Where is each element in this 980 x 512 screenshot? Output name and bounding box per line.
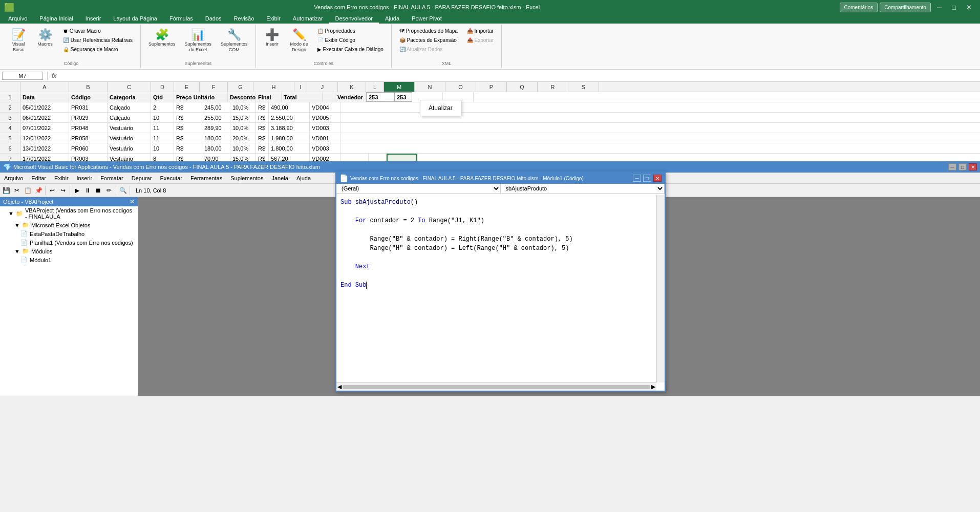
cell-g4[interactable]: 10,0% <box>230 123 256 133</box>
tab-inserir[interactable]: Inserir <box>79 14 108 24</box>
cell-b5[interactable]: PR058 <box>69 133 108 143</box>
cell-g1[interactable]: Final <box>256 92 282 102</box>
cell-g5[interactable]: 20,0% <box>230 133 256 143</box>
col-header-j[interactable]: J <box>307 82 338 92</box>
cell-e2[interactable]: R$ <box>174 102 202 112</box>
cell-h2-rs[interactable]: R$ <box>256 102 269 112</box>
cell-h6[interactable]: 1.800,00 <box>269 143 310 153</box>
col-header-q[interactable]: Q <box>507 82 538 92</box>
cell-e6[interactable]: R$ <box>174 143 202 153</box>
executar-caixa-button[interactable]: ▶ Executar Caixa de Diálogo <box>314 45 387 54</box>
cell-j5[interactable]: VD001 <box>310 133 340 143</box>
col-header-a[interactable]: A <box>20 82 69 92</box>
cell-f4[interactable]: 289,90 <box>202 123 230 133</box>
cell-e5[interactable]: R$ <box>174 133 202 143</box>
atualizar-popup[interactable]: Atualizar <box>420 100 461 116</box>
propriedades-button[interactable]: 📋 Propriedades <box>314 27 387 35</box>
cell-a5[interactable]: 12/01/2022 <box>20 133 69 143</box>
col-header-i[interactable]: I <box>294 82 307 92</box>
col-header-n[interactable]: N <box>415 82 445 92</box>
cell-h5-rs[interactable]: R$ <box>256 133 269 143</box>
cell-h3[interactable]: 2.550,00 <box>269 113 310 122</box>
cell-a2[interactable]: 05/01/2022 <box>20 102 69 112</box>
cell-e3[interactable]: R$ <box>174 113 202 122</box>
cell-h4[interactable]: 3.188,90 <box>269 123 310 133</box>
cell-a3[interactable]: 06/01/2022 <box>20 113 69 122</box>
maximize-button[interactable]: □ <box>948 3 960 12</box>
cell-g3[interactable]: 15,0% <box>230 113 256 122</box>
cell-j4[interactable]: VD003 <box>310 123 340 133</box>
cell-b2[interactable]: PR031 <box>69 102 108 112</box>
usar-referencias-button[interactable]: 🔄 Usar Referências Relativas <box>59 36 136 45</box>
pacotes-expansao-button[interactable]: 📦 Pacotes de Expansão <box>396 36 461 45</box>
cell-d3[interactable]: 10 <box>151 113 174 122</box>
tab-formulas[interactable]: Fórmulas <box>163 14 199 24</box>
tab-exibir[interactable]: Exibir <box>260 14 287 24</box>
cell-d4[interactable]: 11 <box>151 123 174 133</box>
col-header-b[interactable]: B <box>69 82 108 92</box>
tab-automatizar[interactable]: Automatizar <box>287 14 329 24</box>
cell-c3[interactable]: Calçado <box>108 113 151 122</box>
cell-j6[interactable]: VD003 <box>310 143 340 153</box>
cell-j2[interactable]: VD004 <box>310 102 340 112</box>
cell-c5[interactable]: Vestuário <box>108 133 151 143</box>
cell-e1[interactable]: Preço Unitário <box>174 92 228 102</box>
cell-c4[interactable]: Vestuário <box>108 123 151 133</box>
col-header-m[interactable]: M <box>384 82 415 92</box>
col-header-e[interactable]: E <box>174 82 200 92</box>
col-header-o[interactable]: O <box>445 82 476 92</box>
col-header-s[interactable]: S <box>568 82 599 92</box>
cell-a1[interactable]: Data <box>20 92 69 102</box>
minimize-button[interactable]: ─ <box>933 3 946 12</box>
cell-c1[interactable]: Categoria <box>108 92 151 102</box>
cell-a4[interactable]: 07/01/2022 <box>20 123 69 133</box>
cell-f5[interactable]: 180,00 <box>202 133 230 143</box>
cell-f6[interactable]: 180,00 <box>202 143 230 153</box>
col-header-g[interactable]: G <box>228 82 253 92</box>
name-box[interactable] <box>2 72 43 80</box>
cell-g6[interactable]: 10,0% <box>230 143 256 153</box>
cell-l1[interactable]: 253 <box>394 92 412 102</box>
formula-input[interactable] <box>58 73 978 79</box>
tab-ajuda[interactable]: Ajuda <box>379 14 406 24</box>
cell-c6[interactable]: Vestuário <box>108 143 151 153</box>
share-button[interactable]: Compartilhamento <box>880 3 931 12</box>
cell-b6[interactable]: PR060 <box>69 143 108 153</box>
col-header-k[interactable]: K <box>338 82 366 92</box>
tab-revisao[interactable]: Revisão <box>228 14 261 24</box>
close-button[interactable]: ✕ <box>962 3 976 12</box>
cell-h5[interactable]: 1.980,00 <box>269 133 310 143</box>
cell-k1[interactable]: 253 <box>366 92 394 102</box>
cell-d6[interactable]: 10 <box>151 143 174 153</box>
cell-d5[interactable]: 11 <box>151 133 174 143</box>
atualizar-dados-button[interactable]: 🔄 Atualizar Dados <box>396 45 461 54</box>
tab-layout[interactable]: Layout da Página <box>107 14 163 24</box>
cell-e4[interactable]: R$ <box>174 123 202 133</box>
cell-b3[interactable]: PR029 <box>69 113 108 122</box>
importar-button[interactable]: 📥 Importar <box>463 27 498 35</box>
tab-arquivo[interactable]: Arquivo <box>2 14 33 24</box>
col-header-r[interactable]: R <box>538 82 568 92</box>
inserir-controle-button[interactable]: ➕ Inserir <box>260 27 285 50</box>
cell-i1[interactable] <box>323 92 335 102</box>
modo-design-button[interactable]: ✏️ Modo deDesign <box>287 27 312 55</box>
cell-j3[interactable]: VD005 <box>310 113 340 122</box>
cell-h4-rs[interactable]: R$ <box>256 123 269 133</box>
cell-d1[interactable]: Qtd <box>151 92 174 102</box>
tab-pagina-inicial[interactable]: Página Inicial <box>33 14 79 24</box>
suplementos-com-button[interactable]: 🔧 SuplementosCOM <box>217 27 251 55</box>
cell-j1[interactable]: Vendedor <box>335 92 366 102</box>
tab-dados[interactable]: Dados <box>199 14 228 24</box>
suplementos-button[interactable]: 🧩 Suplementos <box>145 27 179 50</box>
cell-a6[interactable]: 13/01/2022 <box>20 143 69 153</box>
cell-d2[interactable]: 2 <box>151 102 174 112</box>
cell-h1[interactable]: Total <box>282 92 323 102</box>
vba-minimize-button[interactable]: ─ <box>948 163 956 164</box>
cell-f1[interactable]: Desconto <box>228 92 256 102</box>
col-header-f[interactable]: F <box>200 82 228 92</box>
cell-f3[interactable]: 255,00 <box>202 113 230 122</box>
col-header-p[interactable]: P <box>476 82 507 92</box>
visual-basic-button[interactable]: 📝 VisualBasic <box>6 27 31 55</box>
cell-b1[interactable]: Código <box>69 92 108 102</box>
cell-b4[interactable]: PR048 <box>69 123 108 133</box>
